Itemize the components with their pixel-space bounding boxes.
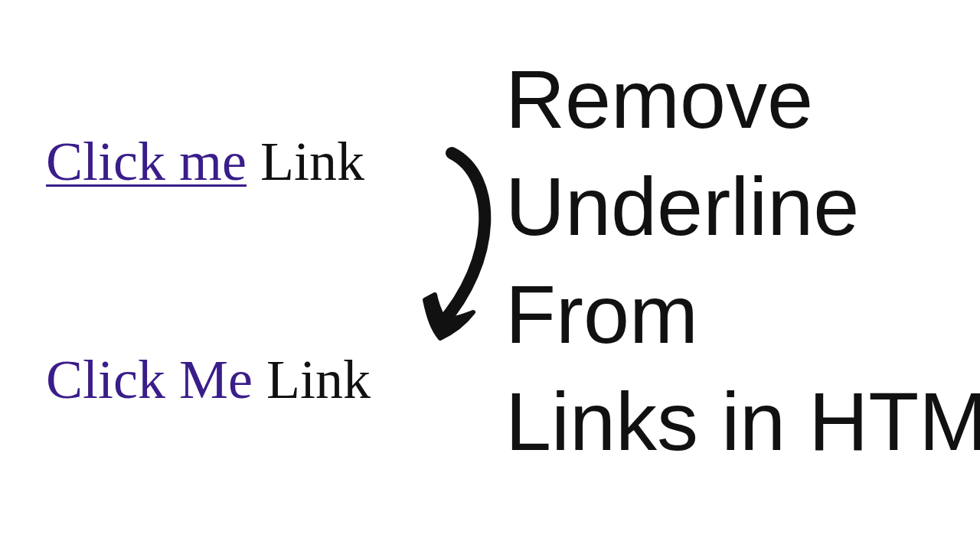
example-before: Click me Link (46, 134, 364, 189)
title-line-3: From (505, 261, 980, 368)
arrow-down-icon (398, 145, 505, 360)
title-line-4: Links in HTML (505, 368, 980, 475)
document-canvas: Click me Link Click Me Link Remove Under… (0, 0, 980, 551)
example-link-underlined[interactable]: Click me (46, 131, 247, 192)
title-block: Remove Underline From Links in HTML (505, 46, 980, 476)
example-label-before: Link (247, 131, 364, 192)
example-after: Click Me Link (46, 352, 371, 407)
title-line-1: Remove (505, 46, 980, 153)
example-label-after: Link (253, 349, 371, 410)
title-line-2: Underline (505, 153, 980, 260)
example-link-nounderline[interactable]: Click Me (46, 349, 253, 410)
